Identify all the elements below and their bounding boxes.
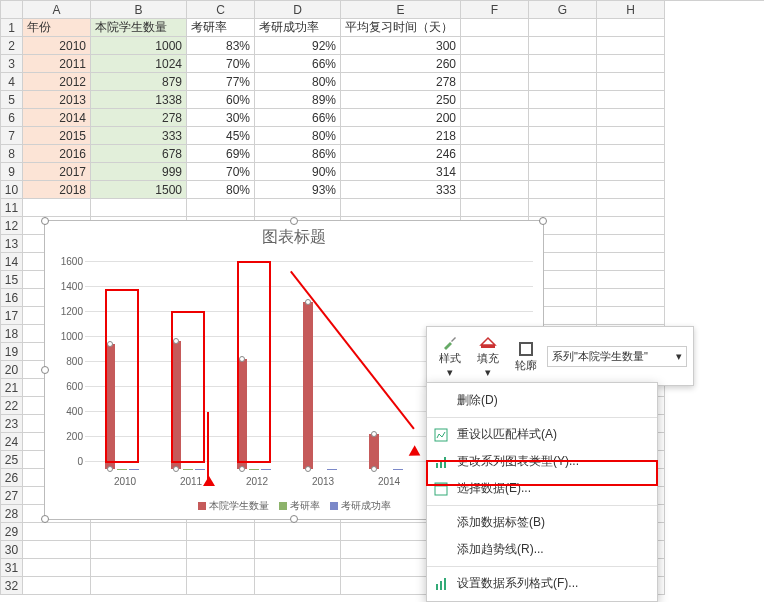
row-header[interactable]: 12	[1, 217, 23, 235]
cell[interactable]	[597, 163, 665, 181]
cell[interactable]	[255, 541, 341, 559]
row-header[interactable]: 8	[1, 145, 23, 163]
cell[interactable]: 314	[341, 163, 461, 181]
row-header[interactable]: 18	[1, 325, 23, 343]
menu-reset-style[interactable]: 重设以匹配样式(A)	[427, 421, 657, 448]
cell[interactable]	[529, 163, 597, 181]
cell[interactable]	[529, 109, 597, 127]
cell[interactable]	[529, 181, 597, 199]
cell[interactable]: 278	[341, 73, 461, 91]
cell[interactable]	[23, 199, 91, 217]
cell[interactable]: 1000	[91, 37, 187, 55]
cell[interactable]	[187, 199, 255, 217]
cell[interactable]: 1338	[91, 91, 187, 109]
cell[interactable]: 2018	[23, 181, 91, 199]
chart-resize-handle[interactable]	[41, 217, 49, 225]
column-header[interactable]: A	[23, 1, 91, 19]
row-header[interactable]: 1	[1, 19, 23, 37]
chart-title[interactable]: 图表标题	[45, 221, 543, 254]
menu-delete[interactable]: 删除(D)	[427, 387, 657, 414]
row-header[interactable]: 14	[1, 253, 23, 271]
cell[interactable]	[461, 199, 529, 217]
row-header[interactable]: 21	[1, 379, 23, 397]
cell[interactable]: 66%	[255, 55, 341, 73]
cell[interactable]	[91, 577, 187, 595]
chart-resize-handle[interactable]	[41, 366, 49, 374]
cell[interactable]	[91, 523, 187, 541]
cell[interactable]	[529, 91, 597, 109]
cell[interactable]: 66%	[255, 109, 341, 127]
column-header[interactable]	[1, 1, 23, 19]
cell[interactable]	[91, 559, 187, 577]
row-header[interactable]: 23	[1, 415, 23, 433]
menu-select-data[interactable]: 选择数据(E)...	[427, 475, 657, 502]
cell[interactable]: 2016	[23, 145, 91, 163]
row-header[interactable]: 13	[1, 235, 23, 253]
cell[interactable]: 246	[341, 145, 461, 163]
style-button[interactable]: 样式▾	[433, 331, 467, 381]
row-header[interactable]: 31	[1, 559, 23, 577]
cell[interactable]	[529, 127, 597, 145]
row-header[interactable]: 4	[1, 73, 23, 91]
cell[interactable]: 平均复习时间（天）	[341, 19, 461, 37]
cell[interactable]: 70%	[187, 163, 255, 181]
cell[interactable]	[23, 559, 91, 577]
cell[interactable]	[461, 73, 529, 91]
row-header[interactable]: 17	[1, 307, 23, 325]
cell[interactable]	[597, 307, 665, 325]
cell[interactable]	[597, 73, 665, 91]
cell[interactable]: 1024	[91, 55, 187, 73]
row-header[interactable]: 6	[1, 109, 23, 127]
row-header[interactable]: 24	[1, 433, 23, 451]
cell[interactable]	[23, 541, 91, 559]
row-header[interactable]: 16	[1, 289, 23, 307]
cell[interactable]	[187, 577, 255, 595]
cell[interactable]	[597, 253, 665, 271]
cell[interactable]	[187, 523, 255, 541]
cell[interactable]	[255, 523, 341, 541]
fill-button[interactable]: 填充▾	[471, 331, 505, 381]
cell[interactable]: 60%	[187, 91, 255, 109]
row-header[interactable]: 5	[1, 91, 23, 109]
cell[interactable]	[255, 559, 341, 577]
cell[interactable]	[529, 73, 597, 91]
column-header[interactable]: C	[187, 1, 255, 19]
cell[interactable]: 年份	[23, 19, 91, 37]
cell[interactable]: 80%	[255, 73, 341, 91]
cell[interactable]: 2017	[23, 163, 91, 181]
row-header[interactable]: 11	[1, 199, 23, 217]
cell[interactable]	[461, 127, 529, 145]
cell[interactable]	[597, 109, 665, 127]
cell[interactable]	[187, 541, 255, 559]
cell[interactable]	[597, 37, 665, 55]
cell[interactable]	[597, 271, 665, 289]
cell[interactable]	[597, 19, 665, 37]
menu-add-data-labels[interactable]: 添加数据标签(B)	[427, 509, 657, 536]
cell[interactable]	[23, 577, 91, 595]
cell[interactable]: 本院学生数量	[91, 19, 187, 37]
cell[interactable]: 200	[341, 109, 461, 127]
cell[interactable]: 278	[91, 109, 187, 127]
cell[interactable]: 333	[341, 181, 461, 199]
column-header[interactable]: H	[597, 1, 665, 19]
cell[interactable]: 45%	[187, 127, 255, 145]
cell[interactable]	[529, 145, 597, 163]
row-header[interactable]: 7	[1, 127, 23, 145]
chart-resize-handle[interactable]	[41, 515, 49, 523]
cell[interactable]: 90%	[255, 163, 341, 181]
row-header[interactable]: 27	[1, 487, 23, 505]
cell[interactable]: 92%	[255, 37, 341, 55]
cell[interactable]: 300	[341, 37, 461, 55]
column-header[interactable]: G	[529, 1, 597, 19]
cell[interactable]: 2013	[23, 91, 91, 109]
row-header[interactable]: 10	[1, 181, 23, 199]
cell[interactable]: 86%	[255, 145, 341, 163]
menu-add-trendline[interactable]: 添加趋势线(R)...	[427, 536, 657, 563]
cell[interactable]	[91, 541, 187, 559]
cell[interactable]	[597, 91, 665, 109]
cell[interactable]: 80%	[255, 127, 341, 145]
cell[interactable]: 250	[341, 91, 461, 109]
cell[interactable]	[597, 145, 665, 163]
cell[interactable]: 260	[341, 55, 461, 73]
cell[interactable]	[23, 523, 91, 541]
